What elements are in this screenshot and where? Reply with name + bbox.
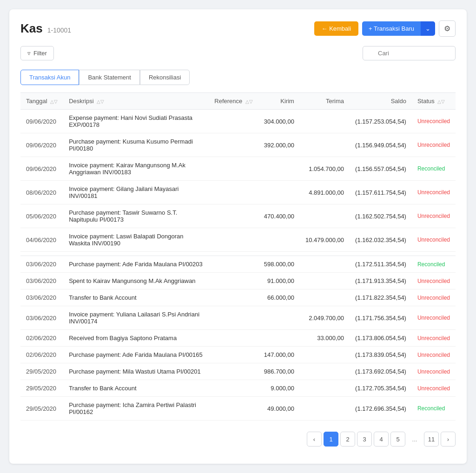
cell-status: Unreconciled xyxy=(412,380,456,397)
header-left: Kas 1-10001 xyxy=(20,21,71,36)
pagination-page-4[interactable]: 4 xyxy=(374,432,389,447)
page-subtitle: 1-10001 xyxy=(47,26,71,34)
cell-terima xyxy=(300,204,350,228)
table-row[interactable]: 02/06/2020Purchase payment: Ade Farida M… xyxy=(20,347,456,363)
cell-terima xyxy=(300,273,350,289)
cell-status: Unreconciled xyxy=(412,181,456,204)
new-transaction-group: + Transaksi Baru ⌄ xyxy=(362,21,435,36)
cell-saldo: (1.172.511.354,54) xyxy=(350,256,412,273)
table-row[interactable]: 29/05/2020Purchase payment: Mila Wastuti… xyxy=(20,363,456,380)
cell-deskripsi: Expense payment: Hani Novi Sudiati Prasa… xyxy=(63,110,209,133)
col-kirim: Kirim xyxy=(258,93,300,110)
cell-deskripsi: Transfer to Bank Account xyxy=(63,289,209,306)
cell-deskripsi: Invoice payment: Kairav Mangunsong M.Ak … xyxy=(63,157,209,181)
table-row[interactable]: 08/06/2020Invoice payment: Gilang Jailan… xyxy=(20,181,456,204)
pagination-page-11[interactable]: 11 xyxy=(424,432,439,447)
cell-status: Unreconciled xyxy=(412,273,456,289)
cell-reference xyxy=(209,256,258,273)
cell-tanggal: 03/06/2020 xyxy=(20,289,63,306)
cell-reference xyxy=(209,133,258,157)
sort-deskripsi-icon: △▽ xyxy=(97,99,104,104)
cell-reference xyxy=(209,397,258,420)
pagination-page-1[interactable]: 1 xyxy=(324,432,338,447)
new-transaction-dropdown-button[interactable]: ⌄ xyxy=(421,21,435,36)
page-title: Kas xyxy=(20,21,43,36)
cell-deskripsi: Invoice payment: Laswi Balapati Dongoran… xyxy=(63,228,209,252)
cell-status: Reconciled xyxy=(412,397,456,420)
table-header-row: Tanggal △▽ Deskripsi △▽ Reference △▽ Kir… xyxy=(20,93,456,110)
sort-tanggal-icon: △▽ xyxy=(50,99,58,104)
cell-status: Unreconciled xyxy=(412,133,456,157)
cell-status: Unreconciled xyxy=(412,306,456,330)
cell-terima xyxy=(300,133,350,157)
pagination-page-3[interactable]: 3 xyxy=(357,432,372,447)
back-button[interactable]: ← Kembali xyxy=(314,21,359,36)
cell-terima: 4.891.000,00 xyxy=(300,181,350,204)
filter-icon: ▿ xyxy=(27,50,31,57)
cell-reference xyxy=(209,204,258,228)
new-transaction-button[interactable]: + Transaksi Baru xyxy=(362,21,421,36)
cell-status: Unreconciled xyxy=(412,363,456,380)
cell-terima xyxy=(300,380,350,397)
cell-saldo: (1.171.756.354,54) xyxy=(350,306,412,330)
tab-bank-statement[interactable]: Bank Statement xyxy=(79,70,140,85)
pagination-page-2[interactable]: 2 xyxy=(340,432,355,447)
cell-deskripsi: Purchase payment: Mila Wastuti Utama PI/… xyxy=(63,363,209,380)
table-row[interactable]: 09/06/2020Expense payment: Hani Novi Sud… xyxy=(20,110,456,133)
cell-saldo: (1.173.839.054,54) xyxy=(350,347,412,363)
search-wrapper: 🔍 xyxy=(363,46,456,60)
settings-button[interactable]: ⚙ xyxy=(439,20,456,37)
table-row[interactable]: 03/06/2020Spent to Kairav Mangunsong M.A… xyxy=(20,273,456,289)
cell-saldo: (1.157.611.754,54) xyxy=(350,181,412,204)
cell-terima xyxy=(300,397,350,420)
cell-kirim xyxy=(258,181,300,204)
col-saldo: Saldo xyxy=(350,93,412,110)
cell-reference xyxy=(209,306,258,330)
filter-button[interactable]: ▿ Filter xyxy=(20,46,54,60)
table-row[interactable]: 05/06/2020Purchase payment: Taswir Suwar… xyxy=(20,204,456,228)
table-row[interactable]: 02/06/2020Received from Bagiya Saptono P… xyxy=(20,330,456,347)
cell-terima: 1.054.700,00 xyxy=(300,157,350,181)
cell-kirim: 49.000,00 xyxy=(258,397,300,420)
tab-transaksi-akun[interactable]: Transaksi Akun xyxy=(20,70,79,85)
table-row[interactable]: 03/06/2020Transfer to Bank Account66.000… xyxy=(20,289,456,306)
cell-kirim: 598.000,00 xyxy=(258,256,300,273)
table-row[interactable]: 09/06/2020Purchase payment: Kusuma Kusum… xyxy=(20,133,456,157)
tab-rekonsiliasi[interactable]: Rekonsiliasi xyxy=(140,70,190,85)
cell-kirim: 9.000,00 xyxy=(258,380,300,397)
table-row[interactable]: 29/05/2020Purchase payment: Icha Zamira … xyxy=(20,397,456,420)
cell-saldo: (1.156.557.054,54) xyxy=(350,157,412,181)
cell-kirim: 66.000,00 xyxy=(258,289,300,306)
cell-deskripsi: Invoice payment: Gilang Jailani Mayasari… xyxy=(63,181,209,204)
pagination-next[interactable]: › xyxy=(441,432,456,447)
cell-kirim: 392.000,00 xyxy=(258,133,300,157)
cell-tanggal: 02/06/2020 xyxy=(20,347,63,363)
page-header: Kas 1-10001 ← Kembali + Transaksi Baru ⌄… xyxy=(20,20,456,37)
cell-status: Reconciled xyxy=(412,256,456,273)
pagination-prev[interactable]: ‹ xyxy=(307,432,322,447)
table-row[interactable]: 03/06/2020Purchase payment: Ade Farida M… xyxy=(20,256,456,273)
cell-saldo: (1.171.822.354,54) xyxy=(350,289,412,306)
cell-tanggal: 02/06/2020 xyxy=(20,330,63,347)
table-row[interactable]: 29/05/2020Transfer to Bank Account9.000,… xyxy=(20,380,456,397)
cell-status: Unreconciled xyxy=(412,204,456,228)
cell-kirim xyxy=(258,330,300,347)
cell-deskripsi: Purchase payment: Kusuma Kusumo Permadi … xyxy=(63,133,209,157)
cell-status: Reconciled xyxy=(412,157,456,181)
search-input[interactable] xyxy=(363,46,456,60)
cell-status: Unreconciled xyxy=(412,347,456,363)
cell-reference xyxy=(209,380,258,397)
table-row[interactable]: 09/06/2020Invoice payment: Kairav Mangun… xyxy=(20,157,456,181)
pagination-page-5[interactable]: 5 xyxy=(390,432,405,447)
cell-reference xyxy=(209,228,258,252)
cell-reference xyxy=(209,110,258,133)
cell-kirim xyxy=(258,157,300,181)
table-row[interactable]: 04/06/2020Invoice payment: Laswi Balapat… xyxy=(20,228,456,252)
cell-tanggal: 29/05/2020 xyxy=(20,380,63,397)
cell-deskripsi: Purchase payment: Ade Farida Maulana PI/… xyxy=(63,256,209,273)
cell-reference xyxy=(209,330,258,347)
cell-saldo: (1.172.696.354,54) xyxy=(350,397,412,420)
cell-status: Unreconciled xyxy=(412,289,456,306)
table-row[interactable]: 03/06/2020Invoice payment: Yuliana Laila… xyxy=(20,306,456,330)
cell-tanggal: 03/06/2020 xyxy=(20,256,63,273)
